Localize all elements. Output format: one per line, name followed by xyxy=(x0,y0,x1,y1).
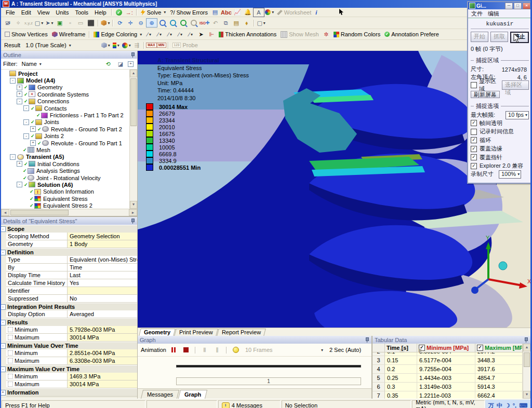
table-row[interactable]: 50.251.4434e-0034854.7 xyxy=(373,374,523,383)
select-cursor-icon[interactable]: ➤ xyxy=(44,19,55,27)
details-category-row[interactable]: -Scope xyxy=(1,225,137,233)
details-category-row[interactable]: -Minimum Value Over Time xyxy=(1,342,137,349)
pin-icon[interactable] xyxy=(130,52,135,58)
show-errors-button[interactable]: ?/ Show Errors xyxy=(168,9,210,16)
tree-expand-box[interactable]: + xyxy=(17,91,22,97)
select-vertices-icon[interactable]: ▫ xyxy=(65,19,75,27)
pin-icon[interactable] xyxy=(130,219,135,224)
pause-icon[interactable] xyxy=(168,346,179,354)
details-property-value[interactable]: Geometry Selection xyxy=(68,233,137,240)
details-expand-box[interactable]: - xyxy=(1,304,6,310)
edge-direction-icon-4[interactable]: ∕ xyxy=(175,30,185,38)
min-probe-icon[interactable]: MIN xyxy=(157,43,166,48)
minimize-button[interactable]: ─ xyxy=(505,3,513,9)
outline-horizontal-scrollbar[interactable]: ◄ ► xyxy=(1,209,137,216)
ime-icon[interactable]: ⌨ xyxy=(519,402,527,408)
details-category-row[interactable]: +Information xyxy=(1,388,137,396)
tree-item[interactable]: -✓Joints 2 xyxy=(1,133,129,140)
viewport-tab-print-preview[interactable]: Print Preview xyxy=(175,329,218,336)
tree-expand-box[interactable]: + xyxy=(17,85,22,90)
ruler-icon[interactable]: ▤ xyxy=(231,19,242,27)
scroll-right-arrow[interactable]: ► xyxy=(129,209,137,216)
details-checkbox[interactable] xyxy=(8,358,13,363)
frame-markers-icon[interactable]: ⫴ xyxy=(200,346,210,354)
validate-icon[interactable]: ✓ xyxy=(114,8,124,17)
capture-menu-item[interactable]: 编辑 xyxy=(488,10,499,18)
tabular-header[interactable]: Tabular Data xyxy=(373,336,530,344)
solve-button[interactable]: Solve xyxy=(139,9,168,16)
tree-item[interactable]: -✓Joints xyxy=(1,119,129,126)
menu-view[interactable]: View xyxy=(34,9,53,16)
table-row[interactable]: 30.156.5177e-0043448.3 xyxy=(373,356,523,365)
tag-icon[interactable]: ⬧ xyxy=(242,19,252,27)
tree-item[interactable]: -Transient (A5) xyxy=(1,154,129,160)
table-row[interactable]: 70.351.2211e-0036662.4 xyxy=(373,391,523,399)
details-category-row[interactable]: -Integration Point Results xyxy=(1,303,137,310)
tree-expand-box[interactable]: - xyxy=(10,78,16,84)
tree-expand-box[interactable]: + xyxy=(17,161,22,167)
details-property-value[interactable]: 2.8551e-004 MPa xyxy=(68,349,137,357)
update-contours-icon[interactable] xyxy=(231,346,241,354)
details-checkbox[interactable] xyxy=(8,327,13,332)
details-checkbox[interactable] xyxy=(8,382,13,387)
thicken-annotations-button[interactable]: Thicken Annotations xyxy=(217,31,278,37)
expand-all-icon[interactable]: + xyxy=(128,61,134,67)
capture-checkbox[interactable]: ✓ xyxy=(471,154,477,160)
show-region-checkbox[interactable] xyxy=(471,82,477,88)
explode-view-icon[interactable]: ➤ xyxy=(196,30,206,38)
tree-item[interactable]: +✓Revolute - Ground To Part 2 xyxy=(1,126,129,132)
tree-item[interactable]: -✓Contacts xyxy=(1,105,129,112)
refresh-screen-button[interactable]: 刷新屏幕 xyxy=(471,91,500,98)
capture-checkbox[interactable] xyxy=(471,129,477,135)
details-checkbox[interactable] xyxy=(8,350,13,356)
capture-menu-item[interactable]: 文件 xyxy=(471,10,483,18)
details-expand-box[interactable]: - xyxy=(1,250,6,255)
tree-expand-box[interactable]: - xyxy=(23,133,29,139)
previous-view-icon[interactable]: ↶ xyxy=(210,19,221,27)
details-category-row[interactable]: -Maximum Value Over Time xyxy=(1,365,137,373)
tree-item[interactable]: ✓Mesh xyxy=(1,146,129,153)
vector-display-icon[interactable]: ⇶ xyxy=(131,41,142,49)
refresh-tree-icon[interactable]: ⟲ xyxy=(103,60,113,68)
details-expand-box[interactable]: + xyxy=(1,390,6,396)
ime-icon[interactable]: °, xyxy=(513,402,516,408)
edge-direction-icon-3[interactable]: ∕ xyxy=(165,30,175,38)
tree-item[interactable]: ✓Joint - Rotational Velocity xyxy=(1,174,129,181)
pin-icon[interactable] xyxy=(365,337,369,343)
capture-checkbox[interactable]: ✓ xyxy=(471,146,477,152)
frames-dropdown[interactable]: 10 Frames xyxy=(243,347,325,353)
edge-coloring-button[interactable]: Edge Coloring xyxy=(91,31,144,37)
graph-header[interactable]: Graph xyxy=(138,336,371,344)
scroll-thumb-horizontal[interactable] xyxy=(10,210,69,215)
scroll-thumb[interactable] xyxy=(130,78,137,126)
wireframe-button[interactable]: Wireframe xyxy=(50,31,88,37)
tree-item[interactable]: +✓Geometry xyxy=(1,84,129,91)
outline-header[interactable]: Outline xyxy=(1,51,137,59)
details-property-value[interactable]: Averaged xyxy=(68,310,137,318)
details-property-value[interactable]: Time xyxy=(68,264,137,271)
ime-toolbar[interactable]: 万中☽°,⌨ xyxy=(485,400,530,408)
scroll-up-arrow[interactable]: ▲ xyxy=(130,70,137,77)
details-property-value[interactable]: No xyxy=(68,295,137,303)
contour-display-icon[interactable] xyxy=(121,41,131,49)
details-property-value[interactable]: Last xyxy=(68,271,137,279)
tree-item[interactable]: -✓Connections xyxy=(1,98,129,105)
viewport-tab-report-preview[interactable]: Report Preview xyxy=(217,329,266,336)
zoom-previous-icon[interactable] xyxy=(189,19,199,27)
menu-edit[interactable]: Edit xyxy=(18,9,34,16)
tree-expand-box[interactable]: - xyxy=(17,99,22,104)
details-property-value[interactable]: 6.3308e-003 MPa xyxy=(68,357,137,365)
scroll-down-arrow[interactable]: ▼ xyxy=(130,201,137,209)
frame-range-icon[interactable]: ⫼ xyxy=(212,346,222,354)
ime-icon[interactable]: 万 xyxy=(488,402,494,408)
new-label-icon[interactable]: Abc xyxy=(220,8,232,17)
close-button[interactable]: × xyxy=(523,3,530,9)
comment-icon[interactable]: 🔔 xyxy=(243,8,253,17)
start-button[interactable]: 开始 xyxy=(471,32,488,42)
details-property-value[interactable] xyxy=(68,287,137,295)
box-zoom-icon[interactable] xyxy=(157,19,168,27)
scroll-up-arrow[interactable]: ▲ xyxy=(523,344,530,351)
viewport-tab-geometry[interactable]: Geometry xyxy=(139,329,176,336)
table-row[interactable]: 20.18.8920e-0042977.2 xyxy=(373,352,523,356)
edge-direction-icon-5[interactable]: ∕ xyxy=(185,30,196,38)
